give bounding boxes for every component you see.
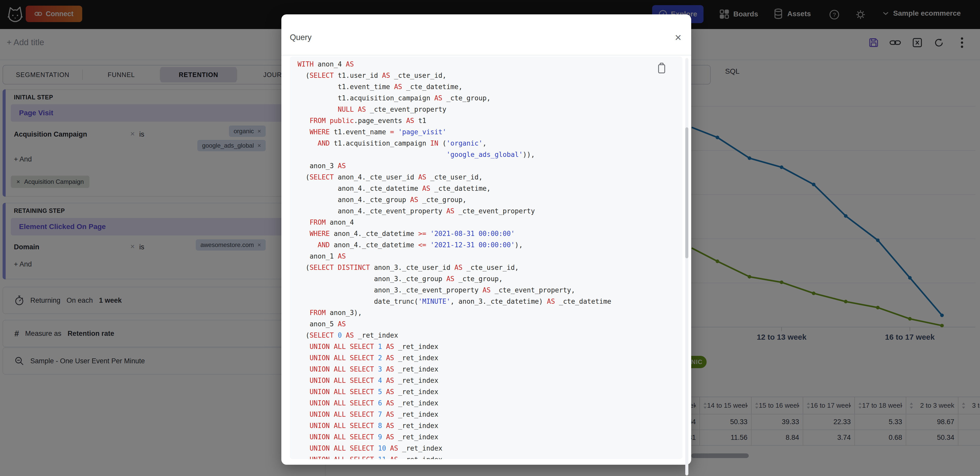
copy-clipboard-icon[interactable]: [657, 63, 666, 74]
sql-code-block: WITH anon_4 AS (SELECT t1.user_id AS _ct…: [290, 57, 682, 459]
modal-scrollbar-track[interactable]: [685, 58, 688, 476]
modal-title: Query: [290, 33, 312, 42]
modal-divider: [282, 55, 691, 56]
modal-scrollbar-thumb[interactable]: [685, 127, 688, 258]
sql-code[interactable]: WITH anon_4 AS (SELECT t1.user_id AS _ct…: [298, 59, 611, 459]
app-root: Connect Explore Boards: [0, 0, 980, 476]
close-icon[interactable]: ×: [672, 31, 684, 44]
query-modal: Query × WITH anon_4 AS (SELECT t1.user_i…: [282, 14, 691, 465]
